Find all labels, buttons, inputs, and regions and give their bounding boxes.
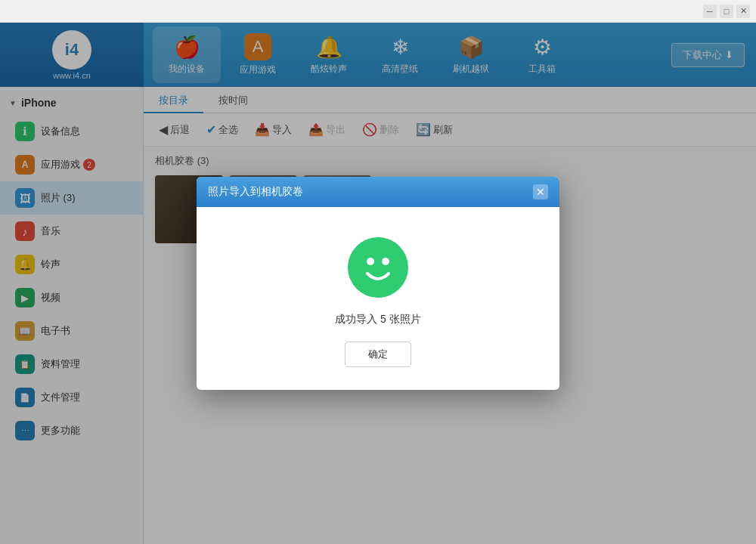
dialog-header: 照片导入到相机胶卷 ✕ xyxy=(197,177,559,207)
import-success-dialog: 照片导入到相机胶卷 ✕ 成功导入 5 张照片 确定 xyxy=(197,177,559,390)
svg-point-1 xyxy=(382,258,389,265)
maximize-button[interactable]: □ xyxy=(720,5,733,18)
title-bar: ─ □ ✕ xyxy=(0,0,756,23)
dialog-body: 成功导入 5 张照片 确定 xyxy=(197,207,559,390)
close-button[interactable]: ✕ xyxy=(736,5,750,18)
dialog-title: 照片导入到相机胶卷 xyxy=(208,185,303,199)
svg-point-0 xyxy=(367,258,374,265)
dialog-close-button[interactable]: ✕ xyxy=(533,184,548,199)
minimize-button[interactable]: ─ xyxy=(703,5,717,18)
confirm-button[interactable]: 确定 xyxy=(345,342,411,367)
dialog-overlay: 照片导入到相机胶卷 ✕ 成功导入 5 张照片 确定 xyxy=(0,23,756,544)
success-message: 成功导入 5 张照片 xyxy=(335,313,421,326)
smiley-svg xyxy=(355,245,401,290)
smiley-icon xyxy=(348,237,408,298)
